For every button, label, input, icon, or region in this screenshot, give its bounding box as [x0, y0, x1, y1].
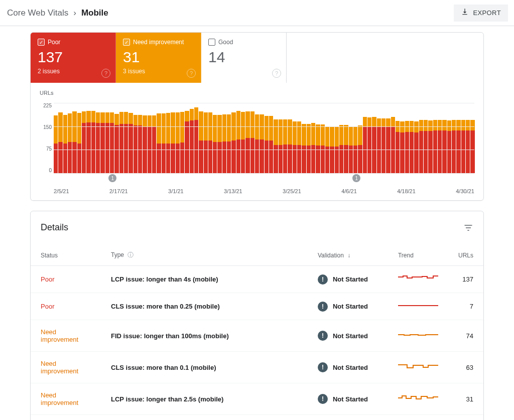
status-cell: Need improvement: [31, 320, 101, 352]
urls-cell: 63: [448, 352, 483, 383]
summary-card: ✓ Poor 137 2 issues ? ✓ Need improvement…: [30, 32, 484, 201]
col-status[interactable]: Status: [31, 247, 101, 266]
table-row[interactable]: PoorCLS issue: more than 0.25 (mobile)!N…: [31, 293, 483, 320]
chart-y-axis: 225150750: [40, 103, 52, 173]
y-tick: 75: [40, 146, 52, 152]
details-card: Details Status Type ⓘ Validation ↓ Tren: [30, 211, 484, 420]
urls-cell: 31: [448, 383, 483, 415]
col-type[interactable]: Type ⓘ: [101, 247, 308, 266]
help-icon[interactable]: ⓘ: [127, 251, 134, 258]
breadcrumb-current: Mobile: [81, 8, 108, 18]
tile-good-count: 14: [208, 49, 279, 66]
type-cell: CLS issue: more than 0.1 (mobile): [101, 352, 308, 383]
x-tick: 4/6/21: [341, 188, 357, 194]
trend-cell: [388, 266, 448, 293]
x-tick: 3/1/21: [168, 188, 184, 194]
x-tick: 4/18/21: [397, 188, 416, 194]
trend-cell: [388, 320, 448, 352]
trend-cell: [388, 352, 448, 383]
status-cell: Poor: [31, 293, 101, 320]
chart-y-title: URLs: [40, 90, 474, 96]
filter-icon[interactable]: [463, 223, 473, 233]
trend-cell: [388, 293, 448, 320]
status-cell: Poor: [31, 266, 101, 293]
tile-poor-issues: 2 issues: [38, 68, 108, 75]
y-tick: 150: [40, 124, 52, 130]
col-validation[interactable]: Validation ↓: [308, 247, 388, 266]
type-cell: LCP issue: longer than 2.5s (mobile): [101, 383, 308, 415]
x-tick: 3/13/21: [224, 188, 242, 194]
tile-poor-label: Poor: [48, 39, 60, 46]
status-cell: Need improvement: [31, 352, 101, 383]
urls-cell: 137: [448, 266, 483, 293]
exclamation-icon: !: [318, 274, 328, 285]
download-icon: [461, 8, 469, 18]
table-row[interactable]: Need improvementLCP issue: longer than 2…: [31, 383, 483, 415]
summary-tiles: ✓ Poor 137 2 issues ? ✓ Need improvement…: [31, 33, 483, 83]
urls-stacked-bar-chart: 225150750 11: [40, 97, 474, 182]
urls-cell: 7: [448, 293, 483, 320]
tile-poor-count: 137: [38, 49, 108, 66]
exclamation-icon: !: [318, 331, 328, 341]
chart-container: URLs 225150750 11 2/5/212/17/213/1/213/1…: [31, 83, 483, 200]
tile-need-improvement[interactable]: ✓ Need improvement 31 3 issues ?: [116, 33, 201, 83]
validation-cell: !Not Started: [308, 266, 388, 293]
y-tick: 0: [40, 168, 52, 173]
table-row[interactable]: Need improvementFID issue: longer than 1…: [31, 320, 483, 352]
exclamation-icon: !: [318, 394, 328, 404]
checkbox-checked-icon: ✓: [123, 39, 130, 46]
help-icon[interactable]: ?: [187, 69, 196, 78]
tile-need-count: 31: [123, 49, 194, 66]
chart-x-axis: 2/5/212/17/213/1/213/13/213/25/214/6/214…: [40, 182, 474, 194]
breadcrumb-root[interactable]: Core Web Vitals: [7, 8, 68, 18]
sort-descending-icon[interactable]: ↓: [347, 252, 350, 259]
col-trend[interactable]: Trend: [388, 247, 448, 266]
x-tick: 4/30/21: [456, 188, 474, 194]
exclamation-icon: !: [318, 362, 328, 372]
table-row[interactable]: Need improvementCLS issue: more than 0.1…: [31, 352, 483, 383]
page-header: Core Web Vitals › Mobile EXPORT: [0, 0, 514, 26]
details-title: Details: [41, 222, 68, 233]
chart-marker[interactable]: 1: [108, 174, 116, 182]
table-pager: Rows per page: 10 ▾ 1-5 of 5 ‹ ›: [31, 415, 483, 420]
help-icon[interactable]: ?: [101, 69, 110, 78]
tile-need-issues: 3 issues: [123, 68, 194, 75]
x-tick: 2/5/21: [54, 188, 69, 194]
validation-cell: !Not Started: [308, 383, 388, 415]
type-cell: CLS issue: more than 0.25 (mobile): [101, 293, 308, 320]
tile-need-label: Need improvement: [133, 39, 184, 46]
exclamation-icon: !: [318, 302, 328, 312]
checkbox-unchecked-icon: [208, 39, 215, 46]
tile-poor[interactable]: ✓ Poor 137 2 issues ?: [31, 33, 116, 83]
trend-cell: [388, 383, 448, 415]
y-tick: 225: [40, 103, 52, 108]
status-cell: Need improvement: [31, 383, 101, 415]
breadcrumb: Core Web Vitals › Mobile: [7, 8, 108, 18]
x-tick: 3/25/21: [283, 188, 301, 194]
export-label: EXPORT: [473, 9, 501, 17]
validation-cell: !Not Started: [308, 293, 388, 320]
export-button[interactable]: EXPORT: [454, 5, 508, 22]
help-icon[interactable]: ?: [272, 69, 281, 78]
table-row[interactable]: PoorLCP issue: longer than 4s (mobile)!N…: [31, 266, 483, 293]
validation-cell: !Not Started: [308, 320, 388, 352]
type-cell: FID issue: longer than 100ms (mobile): [101, 320, 308, 352]
chevron-right-icon: ›: [73, 8, 76, 18]
tile-good-label: Good: [218, 39, 233, 46]
type-cell: LCP issue: longer than 4s (mobile): [101, 266, 308, 293]
details-table: Status Type ⓘ Validation ↓ Trend URLs Po…: [31, 247, 483, 415]
chart-gridlines: [54, 103, 474, 173]
urls-cell: 74: [448, 320, 483, 352]
tile-good[interactable]: Good 14 ?: [201, 33, 287, 83]
validation-cell: !Not Started: [308, 352, 388, 383]
col-urls[interactable]: URLs: [448, 247, 483, 266]
checkbox-checked-icon: ✓: [38, 39, 45, 46]
chart-marker[interactable]: 1: [352, 174, 360, 182]
x-tick: 2/17/21: [109, 188, 128, 194]
